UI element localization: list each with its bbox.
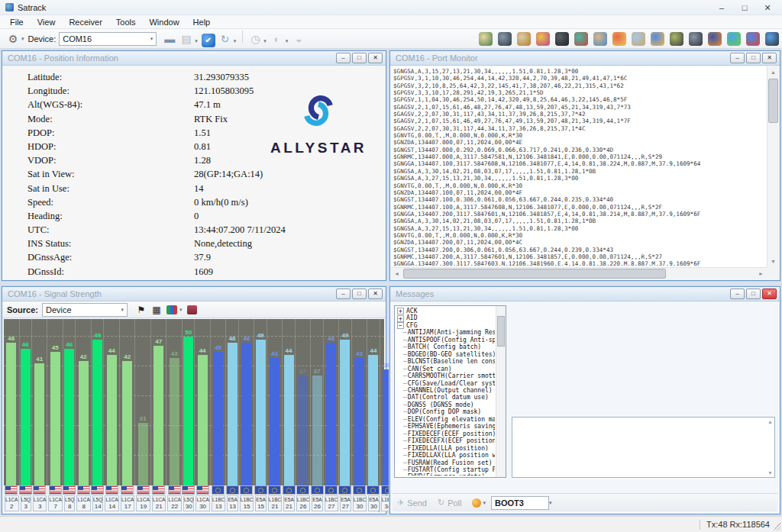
tree-item-fixedllax[interactable]: ─FIXEDLLAX(LLA position with <box>397 452 495 459</box>
panel-maximize-button[interactable]: □ <box>352 289 367 299</box>
tree-item-dop[interactable]: ─DOP(Config DOP mask) <box>397 408 495 415</box>
save-dropdown-arrow[interactable]: ▾ <box>195 38 198 44</box>
panel-close-button[interactable]: ✕ <box>368 289 383 299</box>
list-view-button[interactable]: ▦ <box>149 303 164 317</box>
tree-item-cfg[interactable]: −CFG <box>397 322 495 329</box>
tree-item-blcnst[interactable]: ─BLCNST(Baseline len constr <box>397 358 495 365</box>
tree-item-aid[interactable]: +AID <box>397 314 495 321</box>
panel-minimize-button[interactable]: – <box>336 289 351 299</box>
refresh-dropdown-arrow[interactable]: ▾ <box>234 38 237 44</box>
detail-scroll-down-icon[interactable]: ▼ <box>767 470 773 476</box>
panel-minimize-button[interactable]: – <box>730 289 745 299</box>
signal-chart-icon[interactable] <box>574 32 588 46</box>
resize-grip-icon[interactable] <box>773 523 780 530</box>
snapshot-button[interactable] <box>184 303 199 317</box>
globe-bulb-icon[interactable] <box>651 32 664 46</box>
tree-item-antijam[interactable]: ─ANTIJAM(Anti-jamming Reset <box>397 329 495 336</box>
chart-type-dropdown-arrow[interactable]: ▾ <box>179 307 183 313</box>
message-detail-box[interactable]: ▲ ▼ <box>512 417 775 478</box>
detail-scroll-up-icon[interactable]: ▲ <box>767 419 773 424</box>
compass-plane-icon[interactable] <box>632 32 645 46</box>
balloon-icon[interactable] <box>612 32 626 46</box>
scroll-down-icon[interactable]: ▼ <box>767 256 779 267</box>
map-book-icon[interactable] <box>593 32 607 46</box>
window-minimize-button[interactable]: – <box>710 1 733 15</box>
expand-icon[interactable]: + <box>397 308 404 314</box>
scroll-right-icon[interactable]: ► <box>755 268 767 279</box>
poll-button[interactable]: ↻ Poll <box>438 498 462 508</box>
window-maximize-button[interactable]: □ <box>733 1 756 15</box>
menu-help[interactable]: Help <box>186 16 218 28</box>
tree-scroll-thumb[interactable] <box>497 316 505 347</box>
globe-button[interactable]: ◒ <box>290 31 307 47</box>
globe-sync-icon[interactable] <box>727 32 741 46</box>
tree-item-dgnss[interactable]: ─DGNSS (DGNSS mode) <box>397 401 495 408</box>
settings-gear-icon[interactable]: ⚙ <box>5 31 21 47</box>
tree-item-fusraw[interactable]: ─FUSRAW(Read Fusion set) <box>397 459 495 466</box>
message-type-dropdown-arrow[interactable]: ▾ <box>483 500 486 506</box>
connect-button[interactable]: ▬ <box>161 31 178 47</box>
save-button[interactable]: ▤ <box>178 31 195 47</box>
tree-item-cfg[interactable]: ─CFG(Save/Load/Clear system <box>397 380 495 387</box>
tree-item-fixedecef[interactable]: ─FIXEDECEF(ECEF position) <box>397 430 495 437</box>
gauge-icon[interactable] <box>555 32 569 46</box>
scroll-left-icon[interactable]: ◄ <box>391 268 402 279</box>
satellite-icon[interactable] <box>536 32 550 46</box>
tree-item-bdgeo[interactable]: ─BDGEO(BD-GEO satellites) <box>397 351 495 358</box>
menu-tools[interactable]: Tools <box>109 16 143 28</box>
expand-icon[interactable]: + <box>397 315 404 322</box>
panel-close-button[interactable]: ✕ <box>762 289 777 299</box>
tree-item-carrsmooth[interactable]: ─CARRSMOOTH(Carrier smotthi <box>397 372 495 379</box>
monitor-stats-icon[interactable] <box>498 32 512 46</box>
scroll-up-icon[interactable]: ▲ <box>767 66 779 78</box>
monitor-pin-icon[interactable] <box>689 32 703 46</box>
cloud-download-icon[interactable] <box>708 32 722 46</box>
port-monitor-vertical-scrollbar[interactable]: ▲ ▼ <box>767 66 779 267</box>
tree-item-can[interactable]: ─CAN(Set can) <box>397 366 495 372</box>
stopwatch-dropdown-arrow[interactable]: ▾ <box>263 38 267 44</box>
send-button[interactable]: ✈ Send <box>397 498 427 508</box>
tree-item-fixedlla[interactable]: ─FIXEDLLA(LLA position) <box>397 445 495 452</box>
tree-scrollbar[interactable] <box>496 306 506 477</box>
collapse-icon[interactable]: − <box>397 322 404 329</box>
panel-maximize-button[interactable]: □ <box>746 289 761 299</box>
tree-item-fwup[interactable]: ─FWUP(Firmware update) <box>397 473 495 476</box>
compass-red-icon[interactable] <box>746 32 760 46</box>
boot-dropdown-arrow[interactable]: ▾ <box>549 500 552 506</box>
tree-item-channel[interactable]: ─CHANNEL(Output channel) <box>397 387 495 394</box>
panel-close-button[interactable]: ✕ <box>762 53 777 63</box>
menu-view[interactable]: View <box>31 16 63 28</box>
tree-item-dat[interactable]: ─DAT(Control datum use) <box>397 394 495 401</box>
tree-item-fixedecefx[interactable]: ─FIXEDECEFX(ECEF position wi <box>397 437 495 444</box>
tree-item-elev[interactable]: ─ELEV(Config elevation mask) <box>397 416 495 423</box>
panel-minimize-button[interactable]: – <box>730 53 745 63</box>
horizontal-scroll-thumb[interactable] <box>403 269 666 279</box>
tree-item-antispoof[interactable]: ─ANTISPOOF(Config Anti-spoof <box>397 337 495 343</box>
chart-type-button[interactable] <box>164 303 179 317</box>
window-close-button[interactable]: ✕ <box>756 1 779 15</box>
panel-close-button[interactable]: ✕ <box>368 53 383 63</box>
flag-filter-button[interactable]: ⚑ <box>134 303 149 317</box>
menu-receiver[interactable]: Receiver <box>62 16 108 28</box>
panel-minimize-button[interactable]: – <box>336 53 351 63</box>
update-check-button[interactable]: ✔ <box>202 34 215 47</box>
compass-gold-icon[interactable] <box>479 32 493 46</box>
menu-file[interactable]: File <box>3 16 31 28</box>
globe-pin-icon[interactable] <box>765 32 779 46</box>
menu-window[interactable]: Window <box>142 16 186 28</box>
tree-item-fustart[interactable]: ─FUSTART(Config startup Fusi <box>397 466 495 473</box>
gear-dropdown-arrow[interactable]: ▾ <box>21 36 24 42</box>
device-combobox[interactable]: COM16 ▾ <box>59 32 157 46</box>
refresh-button[interactable]: ↻ <box>217 31 234 47</box>
nmea-output[interactable]: $GNGSA,A,3,15,27,13,21,30,34,,,,,,1.51,0… <box>393 68 765 266</box>
message-type-icon[interactable] <box>472 498 481 508</box>
stopwatch-button[interactable]: ◷ <box>247 31 263 47</box>
source-dropdown-arrow[interactable]: ▾ <box>121 307 124 313</box>
tree-item-ephsave[interactable]: ─EPHSAVE(Ephemeris saving st <box>397 423 495 430</box>
network-globe-button[interactable]: ◐ <box>269 31 286 47</box>
network-globe-dropdown-arrow[interactable]: ▾ <box>286 38 289 44</box>
tree-item-ack[interactable]: +ACK <box>397 308 495 314</box>
antenna-icon[interactable] <box>517 32 531 46</box>
vertical-scroll-thumb[interactable] <box>768 79 778 123</box>
map-pin-icon[interactable] <box>670 32 683 46</box>
